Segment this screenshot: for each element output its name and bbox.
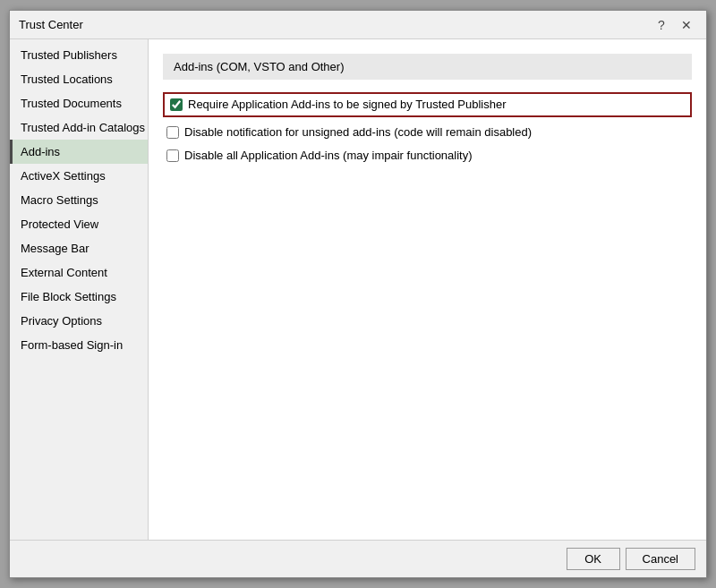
option-disable-notification-label[interactable]: Disable notification for unsigned add-in… <box>166 124 532 141</box>
option-disable-all-text: Disable all Application Add-ins (may imp… <box>184 148 473 164</box>
sidebar-item-activex-settings[interactable]: ActiveX Settings <box>10 164 148 188</box>
option-disable-notification-text: Disable notification for unsigned add-in… <box>184 124 532 141</box>
dialog-body: Trusted PublishersTrusted LocationsTrust… <box>10 39 706 540</box>
ok-button[interactable]: OK <box>567 548 620 570</box>
section-header: Add-ins (COM, VSTO and Other) <box>163 54 692 80</box>
title-bar-right: ? ✕ <box>651 14 697 36</box>
close-button[interactable]: ✕ <box>676 14 697 36</box>
sidebar-item-macro-settings[interactable]: Macro Settings <box>10 188 148 212</box>
sidebar-item-file-block-settings[interactable]: File Block Settings <box>10 285 148 309</box>
title-bar-left: Trust Center <box>19 18 83 31</box>
sidebar-item-trusted-locations[interactable]: Trusted Locations <box>10 67 148 91</box>
dialog-title: Trust Center <box>19 18 83 31</box>
sidebar: Trusted PublishersTrusted LocationsTrust… <box>10 39 149 540</box>
checkbox-require-signed[interactable] <box>170 98 183 111</box>
sidebar-item-form-based-sign-in[interactable]: Form-based Sign-in <box>10 333 148 357</box>
option-row-require-signed: Require Application Add-ins to be signed… <box>163 92 692 117</box>
sidebar-item-message-bar[interactable]: Message Bar <box>10 236 148 260</box>
sidebar-item-add-ins[interactable]: Add-ins <box>10 140 148 164</box>
sidebar-item-protected-view[interactable]: Protected View <box>10 212 148 236</box>
main-content: Add-ins (COM, VSTO and Other) Require Ap… <box>149 39 706 540</box>
trust-center-dialog: Trust Center ? ✕ Trusted PublishersTrust… <box>9 10 707 578</box>
option-row-disable-notification: Disable notification for unsigned add-in… <box>163 124 692 141</box>
sidebar-item-trusted-publishers[interactable]: Trusted Publishers <box>10 43 148 67</box>
help-button[interactable]: ? <box>651 14 672 36</box>
sidebar-item-privacy-options[interactable]: Privacy Options <box>10 309 148 333</box>
dialog-footer: OK Cancel <box>10 540 706 577</box>
cancel-button[interactable]: Cancel <box>626 548 695 570</box>
option-row-disable-all: Disable all Application Add-ins (may imp… <box>163 148 692 164</box>
checkbox-disable-all[interactable] <box>166 149 179 162</box>
sidebar-item-trusted-documents[interactable]: Trusted Documents <box>10 91 148 115</box>
option-disable-all-label[interactable]: Disable all Application Add-ins (may imp… <box>166 148 473 164</box>
title-bar: Trust Center ? ✕ <box>10 11 706 39</box>
checkbox-disable-notification[interactable] <box>166 126 179 139</box>
option-require-signed-label[interactable]: Require Application Add-ins to be signed… <box>170 97 507 113</box>
sidebar-item-external-content[interactable]: External Content <box>10 260 148 285</box>
option-require-signed-text: Require Application Add-ins to be signed… <box>188 97 507 113</box>
sidebar-item-trusted-add-in-catalogs[interactable]: Trusted Add-in Catalogs <box>10 115 148 140</box>
